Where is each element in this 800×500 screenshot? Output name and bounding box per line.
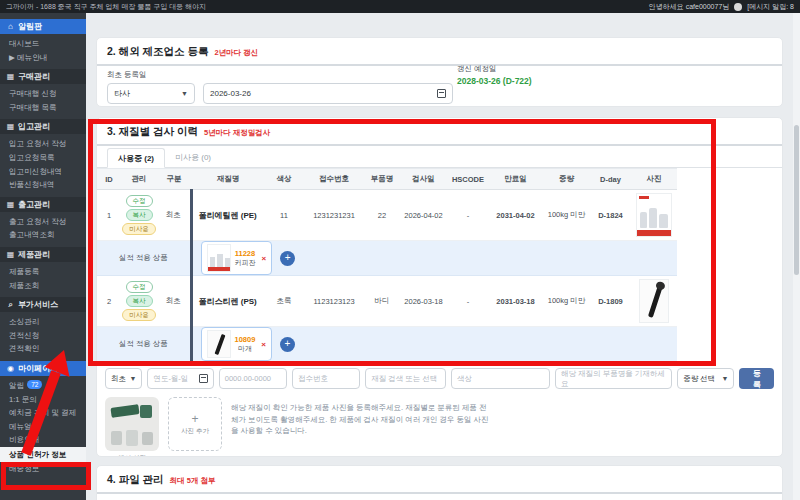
cell-hscode: - [448, 276, 488, 327]
set-unused-button[interactable]: 미사용 [122, 309, 156, 321]
inspection-table: ID 관리 구분 재질명 색상 접수번호 부품명 검사일 HSCODE 만료일 … [97, 168, 677, 362]
cell-material: 폴리에틸렌 (PE) [191, 190, 265, 241]
vertical-scrollbar[interactable] [793, 13, 800, 500]
grid-icon: ▦ [6, 122, 15, 131]
edit-button[interactable]: 수정 [126, 195, 153, 207]
photo-guide: 예시 사진 + 사진 추가 해당 재질이 확인 가능한 제품 사진을 등록해주세… [97, 393, 782, 457]
sidebar-section-mypage[interactable]: ◉마이페이지 [0, 361, 86, 376]
sidebar-item-return-list[interactable]: 반품신청내역 [0, 178, 86, 192]
product-name: 커피잔 [235, 258, 256, 268]
sidebar-item-inbound-unrequested[interactable]: 입고미신청내역 [0, 165, 86, 179]
grid-icon: ▦ [6, 72, 15, 81]
remove-product-icon[interactable]: × [262, 254, 267, 263]
remove-product-icon[interactable]: × [261, 340, 266, 349]
sidebar-item-purchase-list[interactable]: 구매대행 목록 [0, 101, 86, 115]
material-search-input[interactable]: 재질 검색 또는 선택 [365, 368, 446, 389]
sidebar-item-deposit[interactable]: 예치금 관리 및 결제 [0, 406, 86, 420]
inspection-type-select[interactable]: 최초▼ [105, 368, 142, 389]
applied-products-row: 실적 적용 상품 10809 마개 × + [97, 327, 677, 362]
section4-title: 4. 파일 관리 [107, 473, 164, 487]
add-product-button[interactable]: + [280, 337, 295, 352]
part-name-input[interactable]: 해당 재질의 부품명을 기재하세요 [555, 368, 672, 389]
receipt-number-input[interactable]: 접수번호 [292, 368, 360, 389]
example-photo-caption: 예시 사진 [105, 454, 159, 457]
inspection-date-input[interactable]: 연도-월-일 [147, 368, 213, 389]
cell-color: 11 [265, 190, 303, 241]
person-icon: ◉ [6, 364, 15, 373]
plus-icon: + [191, 413, 198, 425]
sidebar-item-inbound-request[interactable]: 입고 요청서 작성 [0, 137, 86, 151]
cell-id: 2 [97, 276, 121, 327]
section2-renewal-notice: 2년마다 갱신 [215, 48, 259, 58]
sidebar-item-notifications[interactable]: 알림72 [0, 379, 86, 393]
sidebar-item-sourcing[interactable]: 소싱관리 [0, 315, 86, 329]
applied-product-chip[interactable]: 11228 커피잔 × [201, 241, 273, 275]
weight-select[interactable]: 중량 선택▼ [677, 368, 734, 389]
sidebar-item-quote-check[interactable]: 견적확인 [0, 342, 86, 356]
renewal-date-label: 갱신 예정일 [457, 64, 532, 74]
copy-button[interactable]: 복사 [126, 209, 153, 221]
col-header-part: 부품명 [365, 169, 399, 190]
avatar[interactable] [734, 3, 742, 11]
renewal-date-value: 2028-03-26 (D-722) [457, 76, 532, 86]
sidebar-section-extra-services[interactable]: ⌕부가서비스 [0, 297, 86, 312]
hscode-input[interactable]: 0000.00-0000 [219, 368, 287, 389]
cell-dday: D-1824 [590, 190, 631, 241]
sidebar-item-product-register[interactable]: 제품등록 [0, 265, 86, 279]
calendar-icon [437, 89, 446, 98]
cell-receipt-no: 1231231231 [303, 190, 365, 241]
cell-expiry: 2031-03-18 [488, 276, 543, 327]
add-photo-button[interactable]: + 사진 추가 [168, 397, 222, 451]
cell-id: 1 [97, 190, 121, 241]
inspection-tabs: 사용중 (2) 미사용 (0) [97, 146, 782, 168]
sidebar-item-board[interactable]: ⌂알림판 [0, 19, 86, 34]
example-photo [105, 397, 159, 451]
registration-type-select[interactable]: 타사▼ [107, 83, 195, 104]
tab-in-use[interactable]: 사용중 (2) [107, 148, 165, 168]
sidebar-item-product-search[interactable]: 제품조회 [0, 279, 86, 293]
color-input[interactable]: 색상 [451, 368, 550, 389]
col-header-receipt-no: 접수번호 [303, 169, 365, 190]
sidebar-item-outbound-history[interactable]: 출고내역조회 [0, 228, 86, 242]
cell-part: 22 [365, 190, 399, 241]
sidebar-item-dashboard[interactable]: 대시보드 [0, 37, 86, 51]
section3-inspection-notice: 5년마다 재정밀검사 [204, 128, 270, 138]
sidebar-item-menu-guide[interactable]: ▶ 메뉴안내 [0, 51, 86, 65]
cell-color: 초록 [265, 276, 303, 327]
sidebar-item-inbound-list[interactable]: 입고요청목록 [0, 151, 86, 165]
product-photo-stopper[interactable] [639, 279, 669, 323]
col-header-hscode: HSCODE [448, 169, 488, 190]
cell-weight: 100kg 미만 [543, 190, 590, 241]
sidebar-item-quote-request[interactable]: 견적신청 [0, 329, 86, 343]
sidebar-item-inquiry[interactable]: 1:1 문의 [0, 393, 86, 407]
set-unused-button[interactable]: 미사용 [122, 223, 156, 235]
sidebar-item-manual[interactable]: 메뉴얼 [0, 420, 86, 434]
register-button[interactable]: 등록 [739, 368, 774, 389]
registration-date-input[interactable]: 2026-03-26 [203, 83, 453, 104]
edit-button[interactable]: 수정 [126, 281, 153, 293]
copy-button[interactable]: 복사 [126, 295, 153, 307]
product-photo-cups[interactable] [636, 193, 672, 237]
table-row: 1 수정 복사 미사용 최초 폴리에틸렌 (PE) 11 1231231231 … [97, 190, 677, 241]
applied-product-chip[interactable]: 10809 마개 × [201, 327, 273, 361]
col-header-type: 구분 [157, 169, 191, 190]
cell-material: 폴리스티렌 (PS) [191, 276, 265, 327]
sidebar-item-outbound-request[interactable]: 출고 요청서 작성 [0, 215, 86, 229]
col-header-weight: 중량 [543, 169, 590, 190]
cell-test-date: 2026-03-18 [399, 276, 448, 327]
add-product-button[interactable]: + [280, 251, 295, 266]
sidebar-section-inbound[interactable]: ▦입고관리 [0, 119, 86, 134]
sidebar-item-pricing[interactable]: 비용안내 [0, 433, 86, 447]
topbar-message-link[interactable]: [메시지 알림: 8 [747, 2, 794, 12]
grid-icon: ▦ [6, 200, 15, 209]
sidebar-item-product-license[interactable]: 상품 인허가 정보 [0, 447, 86, 462]
product-number: 10809 [235, 335, 256, 344]
scrollbar-thumb[interactable] [794, 125, 799, 275]
sidebar-section-purchase[interactable]: ▦구매관리 [0, 69, 86, 84]
sidebar-section-outbound[interactable]: ▦출고관리 [0, 197, 86, 212]
sidebar-item-purchase-request[interactable]: 구매대행 신청 [0, 87, 86, 101]
sidebar-item-shipping-info[interactable]: 배송정보 [0, 462, 86, 476]
col-header-photo: 사진 [631, 169, 677, 190]
tab-unused[interactable]: 미사용 (0) [165, 148, 221, 167]
sidebar-section-product[interactable]: ▦제품관리 [0, 247, 86, 262]
